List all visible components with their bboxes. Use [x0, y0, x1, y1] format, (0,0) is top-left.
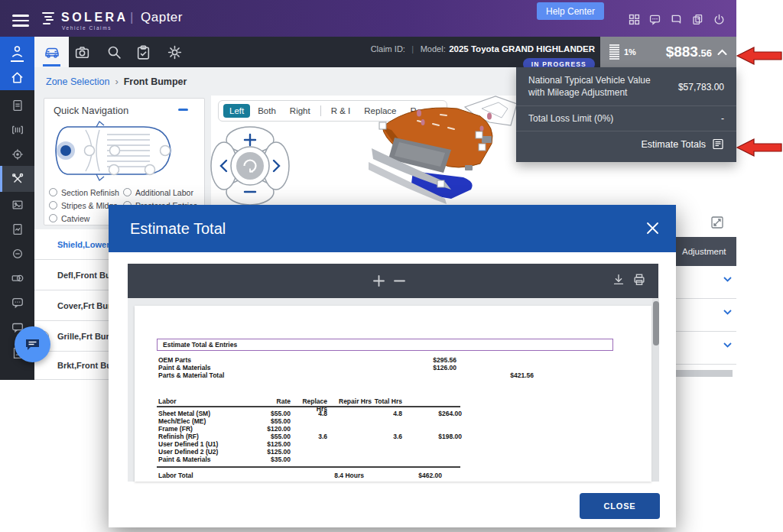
tools-icon [11, 172, 24, 186]
doc-section-header: Estimate Total & Entries [163, 341, 237, 349]
car-icon [44, 44, 60, 60]
vehicle-top-view-diagram[interactable] [52, 121, 178, 182]
sidebar-item-costs[interactable] [0, 266, 34, 290]
view-both-button[interactable]: Both [252, 104, 282, 118]
breadcrumb: Zone Selection › Front Bumper [46, 76, 187, 87]
modal-header: Estimate Total [109, 205, 676, 252]
adjustment-row[interactable] [676, 299, 736, 332]
rotate-dpad-control [208, 124, 292, 208]
breadcrumb-chevron-icon: › [115, 76, 118, 87]
estimate-total-toggle[interactable]: 1% $883.56 [600, 37, 736, 67]
breadcrumb-current: Front Bumper [124, 76, 187, 87]
adjustment-row[interactable] [676, 266, 736, 299]
view-left-button[interactable]: Left [223, 104, 250, 118]
zone-hotspot[interactable] [109, 165, 119, 175]
horizontal-scrollbar[interactable] [676, 370, 733, 377]
radio-additional-labor[interactable]: Additional Labor [123, 186, 200, 199]
chat-bubble-icon [24, 338, 41, 352]
front-bumper-exploded-diagram[interactable] [367, 92, 535, 206]
zone-hotspot[interactable] [85, 146, 95, 156]
estimate-totals-action[interactable]: Estimate Totals [516, 131, 736, 157]
estimate-total-modal: Estimate Total Estimate Total & Entries … [109, 205, 676, 527]
doc-bottom-rule [157, 466, 460, 468]
sidebar-active-indicator [0, 166, 2, 192]
book-icon[interactable] [670, 13, 683, 26]
product-name: Qapter [141, 10, 183, 25]
view-right-button[interactable]: Right [284, 104, 317, 118]
report-icon [11, 222, 24, 236]
help-center-button[interactable]: Help Center [537, 2, 604, 20]
radio-section-refinish[interactable]: Section Refinish [49, 186, 123, 199]
doc-labor-total-amount: $462.00 [379, 472, 442, 479]
power-icon[interactable] [713, 13, 726, 26]
doc-oem-parts-label: OEM Parts [158, 356, 191, 364]
rotate-center-button[interactable] [236, 152, 264, 180]
estimate-totals-dropdown: National Typical Vehicle Value with Mile… [516, 67, 736, 162]
document-icon [11, 99, 24, 112]
claim-separator: | [408, 44, 417, 54]
image-icon [11, 198, 24, 212]
user-active-underline [11, 60, 24, 62]
money-icon [11, 271, 24, 285]
close-button[interactable]: CLOSE [580, 493, 660, 519]
close-icon[interactable] [646, 222, 659, 235]
top-app-bar: SOLERA Vehicle Claims | Qapter Help Cent… [0, 0, 736, 37]
target-icon [11, 148, 24, 161]
doc-parts-total-value: $421.56 [471, 371, 534, 379]
total-loss-label: Total Loss Limit (0%) [528, 113, 613, 124]
radio-icon [49, 214, 57, 222]
settings-gear-icon[interactable] [167, 44, 183, 60]
sidebar-item-images[interactable] [0, 193, 34, 217]
zone-hotspot[interactable] [161, 146, 171, 156]
sidebar-item-barcode[interactable] [0, 118, 34, 142]
sidebar-item-tools-active[interactable] [0, 166, 34, 192]
breadcrumb-zone-selection[interactable]: Zone Selection [46, 76, 109, 87]
sidebar-item-target[interactable] [0, 142, 34, 167]
apps-grid-icon[interactable] [628, 13, 641, 26]
hamburger-menu-icon[interactable] [12, 11, 29, 30]
sidebar-item-exclusions[interactable] [0, 242, 34, 266]
chat-fab-button[interactable] [15, 326, 50, 362]
doc-parts-total-label: Parts & Material Total [158, 371, 224, 379]
user-icon [10, 44, 24, 59]
pdf-scrollbar-thumb[interactable] [653, 301, 659, 345]
pdf-zoom-out-icon[interactable] [393, 274, 406, 287]
zone-hotspot[interactable] [145, 165, 155, 175]
doc-paint-materials-label: Paint & Materials [158, 364, 211, 371]
barcode-icon [11, 123, 24, 137]
model-label: Model: [421, 44, 446, 54]
tasks-clipboard-icon[interactable] [135, 44, 151, 60]
claim-id-label: Claim ID: [371, 44, 405, 54]
search-icon[interactable] [106, 44, 122, 60]
adjustment-row[interactable] [676, 332, 736, 365]
sidebar-item-home[interactable] [0, 64, 34, 91]
tab-vehicle[interactable] [34, 37, 69, 67]
sidebar-item-comments[interactable] [0, 290, 34, 315]
doc-labor-total-hours: 8.4 Hours [303, 472, 364, 479]
expand-icon[interactable] [711, 216, 723, 229]
gauge-icon [609, 44, 619, 60]
zone-hotspot[interactable] [110, 146, 120, 156]
vehicle-value-label: National Typical Vehicle Value with Mile… [528, 75, 651, 99]
doc-header-rule [157, 406, 460, 407]
pdf-page: Estimate Total & Entries OEM Parts $295.… [135, 306, 651, 482]
download-icon[interactable] [612, 273, 625, 287]
chevron-down-icon [723, 342, 732, 348]
collapse-minus-icon[interactable] [178, 109, 188, 111]
documents-icon[interactable] [691, 13, 704, 26]
op-ri-button[interactable]: R & I [325, 104, 357, 118]
sidebar-item-documents[interactable] [0, 93, 34, 118]
print-icon[interactable] [632, 273, 646, 287]
chevron-up-icon [717, 49, 727, 56]
model-value: 2025 Toyota GRAND HIGHLANDER [449, 44, 595, 54]
doc-oem-parts-value: $295.56 [387, 356, 456, 364]
solera-logo-icon [40, 10, 57, 27]
annotation-arrow-estimate-total [736, 45, 783, 66]
pdf-zoom-in-icon[interactable] [372, 274, 385, 287]
camera-icon[interactable] [74, 44, 90, 60]
sidebar-item-report[interactable] [0, 217, 34, 242]
comment-icon [11, 296, 24, 310]
zone-hotspot-front-bumper-selected[interactable] [60, 145, 71, 156]
toolbar-divider [320, 105, 321, 116]
chat-icon[interactable] [648, 13, 661, 26]
